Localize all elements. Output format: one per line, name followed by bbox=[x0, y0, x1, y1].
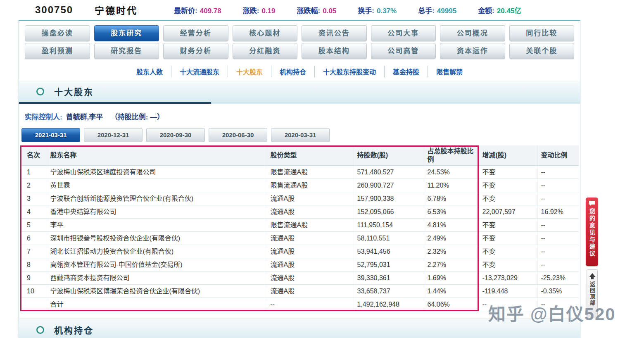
col-change-pct: 变动比例 bbox=[537, 145, 579, 166]
controller-holding-note: （持股比例: —） bbox=[111, 113, 164, 121]
tab-fenhong-rongzi[interactable]: 分红融资 bbox=[233, 43, 298, 59]
controller-label: 实际控制人: bbox=[25, 113, 62, 121]
shares-held-cell: 53,941,456 bbox=[354, 245, 424, 258]
tab-hexin-ticai[interactable]: 核心题材 bbox=[233, 25, 298, 41]
table-row: 2黄世霖限售流通A股260,900,72711.20%不变-- bbox=[20, 179, 579, 192]
shareholder-name-cell: 西藏鸿商资本投资有限公司 bbox=[47, 271, 267, 285]
change-value: 0.19 bbox=[261, 7, 275, 15]
tab-gongsi-dashi[interactable]: 公司大事 bbox=[371, 25, 436, 41]
change-pct-value: 0.05 bbox=[323, 7, 336, 15]
volume-label: 总手: bbox=[418, 7, 435, 15]
share-type-cell: 流通A股 bbox=[267, 205, 354, 219]
turnover-value: 0.37% bbox=[377, 7, 397, 15]
tab-caiwu-fenxi[interactable]: 财务分析 bbox=[163, 43, 228, 59]
subnav-gudong-renshu[interactable]: 股东人数 bbox=[128, 66, 171, 77]
table-row: 8高瓴资本管理有限公司-中国价值基金(交易所)流通A股52,795,0312.2… bbox=[20, 258, 579, 271]
table-row: 10宁波梅山保税港区博瑞荣合投资合伙企业(有限合伙)流通A股33,658,737… bbox=[20, 285, 579, 298]
up-arrow-stem bbox=[591, 277, 594, 279]
subnav-shida-gudong[interactable]: 十大股东 bbox=[228, 66, 271, 77]
col-change-shares: 增减(股) bbox=[479, 145, 537, 166]
change-pct-cell: -- bbox=[537, 258, 579, 271]
shares-held-cell: 33,658,737 bbox=[354, 285, 424, 298]
rank-cell: 6 bbox=[20, 232, 47, 245]
pct-cell: 6.78% bbox=[424, 192, 479, 205]
tab-guben-jiegou[interactable]: 股本结构 bbox=[302, 43, 367, 59]
subnav-xianshou-jiejin[interactable]: 限售解禁 bbox=[428, 66, 471, 77]
change-label: 涨跌: bbox=[243, 7, 259, 15]
subnav-jigou-chicang[interactable]: 机构持仓 bbox=[271, 66, 314, 77]
tab-ziben-yunzuo[interactable]: 资本运作 bbox=[440, 43, 505, 59]
shareholder-name-cell: 湖北长江招银动力投资合伙企业(有限合伙) bbox=[47, 245, 267, 258]
date-tab-2020-03-31[interactable]: 2020-03-31 bbox=[271, 128, 330, 142]
rank-cell: 2 bbox=[20, 179, 47, 192]
change-cell: 不变 bbox=[479, 258, 537, 271]
turnover-field: 换手:0.37% bbox=[358, 5, 397, 15]
change-pct-field: 涨跌幅:0.05 bbox=[297, 5, 337, 15]
table-row: 9西藏鸿商资本投资有限公司流通A股39,330,3611.69%-13,273,… bbox=[20, 271, 579, 285]
share-type-cell: 流通A股 bbox=[267, 271, 354, 285]
subnav-jijin-chigu[interactable]: 基金持股 bbox=[384, 66, 428, 77]
date-tab-2021-03-31[interactable]: 2021-03-31 bbox=[21, 128, 80, 142]
table-row: 5李平限售流通A股111,950,1544.81%不变-- bbox=[20, 219, 579, 232]
tab-caopan-bidu[interactable]: 操盘必读 bbox=[25, 25, 90, 41]
pct-cell: 2.27% bbox=[424, 258, 479, 271]
shares-held-cell: 157,900,338 bbox=[354, 192, 424, 205]
change-field: 涨跌:0.19 bbox=[243, 5, 276, 15]
share-type-cell: 流通A股 bbox=[267, 192, 354, 205]
back-to-top-button[interactable]: 返回顶部 bbox=[587, 269, 598, 318]
tab-gudong-yanjiu[interactable]: 股东研究 bbox=[94, 25, 159, 41]
share-type-cell: 限售流通A股 bbox=[267, 219, 354, 232]
rank-cell: 1 bbox=[20, 166, 47, 179]
tab-gongsi-gaikuang[interactable]: 公司概况 bbox=[440, 25, 505, 41]
shareholder-name-cell: 宁波梅山保税港区瑞庭投资有限公司 bbox=[47, 166, 267, 179]
date-tab-2020-06-30[interactable]: 2020-06-30 bbox=[209, 128, 267, 142]
change-pct-label: 涨跌幅: bbox=[297, 7, 321, 15]
shares-held-cell: 571,480,527 bbox=[354, 166, 424, 179]
change-pct-cell: -25.23% bbox=[537, 271, 579, 285]
tab-tonghang-bijiao[interactable]: 同行比较 bbox=[509, 25, 575, 41]
stock-code: 300750 bbox=[35, 4, 73, 16]
rank-cell: 7 bbox=[20, 245, 47, 258]
tab-yingli-yuce[interactable]: 盈利预测 bbox=[25, 43, 90, 59]
share-type-cell: 流通A股 bbox=[267, 232, 354, 245]
stock-quote-fields: 最新价:409.78 涨跌:0.19 涨跌幅:0.05 换手:0.37% 总手:… bbox=[174, 5, 543, 15]
change-pct-cell: -- bbox=[537, 219, 579, 232]
shareholder-name-cell: 李平 bbox=[47, 219, 267, 232]
tab-yanjiu-baogao[interactable]: 研究报告 bbox=[94, 43, 159, 59]
share-type-cell: 限售流通A股 bbox=[267, 166, 354, 179]
rank-cell: 3 bbox=[20, 192, 47, 205]
subnav-chigu-biandong[interactable]: 十大股东持股变动 bbox=[314, 66, 384, 77]
col-pct-of-total: 占总股本持股比例 bbox=[424, 145, 479, 166]
main-tabs-row1: 操盘必读 股东研究 经营分析 核心题材 资讯公告 公司大事 公司概况 同行比较 bbox=[25, 25, 574, 41]
shares-held-cell: 58,110,551 bbox=[354, 232, 424, 245]
section-header-top10: 十大股东 bbox=[19, 81, 580, 102]
date-tab-2020-12-31[interactable]: 2020-12-31 bbox=[84, 128, 143, 142]
shareholder-name-cell: 深圳市招银叁号股权投资合伙企业(有限合伙) bbox=[47, 232, 267, 245]
table-total-row: 合计--1,492,162,94864.06%---- bbox=[20, 298, 579, 311]
total-label-cell: 合计 bbox=[47, 298, 267, 311]
tab-jingying-fenxi[interactable]: 经营分析 bbox=[163, 25, 228, 41]
change-cell: 不变 bbox=[479, 232, 537, 245]
pct-cell: 2.32% bbox=[424, 245, 479, 258]
amount-label: 金额: bbox=[478, 7, 494, 15]
tab-gongsi-gaoguan[interactable]: 公司高管 bbox=[371, 43, 436, 59]
change-cell: -13,273,029 bbox=[479, 271, 537, 285]
rank-cell: 9 bbox=[20, 271, 47, 285]
section-header-institutions: 机构持仓 bbox=[19, 319, 580, 338]
subnav-shida-liutong-gudong[interactable]: 十大流通股东 bbox=[171, 66, 228, 77]
up-arrow-icon bbox=[589, 273, 596, 277]
section-bottom-wrap: 机构持仓 bbox=[19, 319, 580, 338]
table-row: 4香港中央结算有限公司流通A股152,095,0666.53%22,007,59… bbox=[20, 205, 579, 219]
date-tab-2020-09-30[interactable]: 2020-09-30 bbox=[146, 128, 205, 142]
tab-guanlian-gegu[interactable]: 关联个股 bbox=[509, 43, 575, 59]
change-pct-cell: -- bbox=[537, 192, 579, 205]
col-share-type: 股份类型 bbox=[267, 145, 354, 166]
tab-zixun-gonggao[interactable]: 资讯公告 bbox=[302, 25, 367, 41]
col-shares-held: 持股数(股) bbox=[354, 145, 424, 166]
feedback-side-tab[interactable]: 您的意见与建议 bbox=[586, 198, 598, 266]
change-pct-cell: 16.92% bbox=[537, 205, 579, 219]
change-pct-cell: -- bbox=[537, 179, 579, 192]
actual-controller-line: 实际控制人: 曾毓群,李平 （持股比例: —） bbox=[19, 104, 580, 125]
share-type-cell: 限售流通A股 bbox=[267, 179, 354, 192]
feedback-label: 您的意见与建议 bbox=[588, 208, 596, 257]
